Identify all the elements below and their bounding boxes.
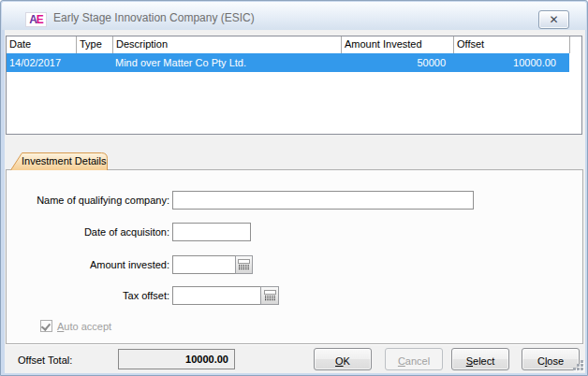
investments-grid: Date Type Description Amount Invested Of… bbox=[6, 36, 582, 135]
tax-offset-input[interactable] bbox=[172, 286, 261, 305]
cell-description: Mind over Matter Co Pty Ltd. bbox=[112, 53, 341, 72]
offset-total-value: 10000.00 bbox=[118, 349, 235, 369]
name-of-company-input[interactable] bbox=[172, 191, 474, 210]
amount-invested-label: Amount invested: bbox=[27, 259, 169, 270]
table-row-selected[interactable]: 14/02/2017 Mind over Matter Co Pty Ltd. … bbox=[7, 53, 569, 72]
tax-offset-label: Tax offset: bbox=[27, 290, 169, 301]
amount-invested-calculator-button[interactable] bbox=[235, 255, 253, 274]
name-of-company-label: Name of qualifying company: bbox=[27, 195, 169, 206]
app-icon-letter-e: E bbox=[37, 13, 43, 26]
cell-amount-invested: 50000 bbox=[341, 53, 453, 72]
offset-total-label: Offset Total: bbox=[18, 354, 72, 366]
dialog-window: AE Early Stage Innovation Company (ESIC)… bbox=[0, 0, 588, 376]
cell-offset: 10000.00 bbox=[453, 53, 569, 72]
auto-accept-label: Auto accept bbox=[57, 321, 111, 332]
close-button-footer[interactable]: Close bbox=[522, 348, 580, 370]
cancel-button: Cancel bbox=[385, 348, 443, 370]
resize-grip[interactable] bbox=[581, 368, 583, 370]
grid-header: Date Type Description Amount Invested Of… bbox=[7, 36, 581, 53]
tax-offset-calculator-button[interactable] bbox=[260, 286, 279, 305]
cell-date: 14/02/2017 bbox=[7, 53, 76, 72]
tab-investment-details-label: Investment Details bbox=[22, 155, 106, 166]
close-button[interactable]: ✕ bbox=[538, 10, 569, 29]
calculator-icon bbox=[238, 259, 250, 270]
date-of-acquisition-label: Date of acquisiton: bbox=[27, 226, 169, 238]
cell-type bbox=[76, 53, 112, 72]
amount-invested-input[interactable] bbox=[172, 255, 236, 274]
column-header-type: Type bbox=[76, 36, 112, 53]
column-header-date: Date bbox=[7, 36, 76, 53]
app-icon: AE bbox=[25, 12, 47, 27]
select-button[interactable]: Select bbox=[451, 348, 509, 370]
close-icon: ✕ bbox=[549, 14, 558, 25]
date-of-acquisition-input[interactable] bbox=[172, 223, 251, 241]
app-icon-letter-a: A bbox=[29, 13, 37, 26]
column-header-offset: Offset bbox=[453, 36, 569, 53]
auto-accept-checkbox bbox=[40, 320, 52, 332]
window-title: Early Stage Innovation Company (ESIC) bbox=[53, 11, 255, 24]
column-header-filler bbox=[569, 36, 581, 53]
calculator-icon bbox=[264, 290, 276, 301]
column-header-description: Description bbox=[112, 36, 341, 53]
ok-button[interactable]: OK bbox=[314, 348, 372, 370]
title-bar[interactable]: AE Early Stage Innovation Company (ESIC)… bbox=[2, 2, 586, 30]
column-header-amount-invested: Amount Invested bbox=[341, 36, 453, 53]
